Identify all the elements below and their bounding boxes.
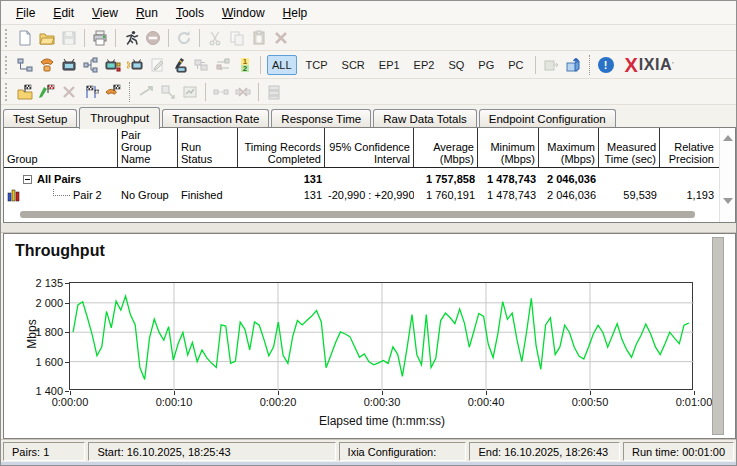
ixia-trademark: ’ (672, 61, 674, 68)
table-row-pair-2[interactable]: Pair 2 No Group Finished 131 -20,990 : +… (4, 187, 735, 203)
swap-endpoint-1-2-icon[interactable]: 12 (234, 55, 256, 75)
run-test-icon[interactable] (120, 28, 142, 48)
col-average[interactable]: Average(Mbps) (414, 128, 478, 167)
toolbar-separator (205, 83, 206, 101)
menu-edit[interactable]: Edit (44, 3, 83, 23)
add-multicast-group-icon[interactable] (80, 55, 102, 75)
disabled-icon-1[interactable] (135, 82, 157, 102)
view-button-pg[interactable]: PG (473, 55, 499, 75)
add-voip-pair-icon[interactable] (36, 55, 58, 75)
disabled-icon-3[interactable] (179, 82, 201, 102)
stop-test-icon[interactable] (142, 28, 164, 48)
new-results-icon[interactable] (14, 82, 36, 102)
disabled-icon-2[interactable] (157, 82, 179, 102)
menu-help[interactable]: Help (274, 3, 317, 23)
view-button-tcp[interactable]: TCP (301, 55, 333, 75)
x-tick-mark (590, 391, 591, 395)
info-glyph: ! (598, 57, 614, 73)
swap-disabled-icon[interactable] (212, 55, 234, 75)
col-measured-time[interactable]: MeasuredTime (sec) (599, 128, 660, 167)
add-video-multicast-icon[interactable] (102, 55, 124, 75)
tab-endpoint-configuration[interactable]: Endpoint Configuration (479, 109, 616, 128)
col-minimum[interactable]: Minimum(Mbps) (478, 128, 539, 167)
menu-run[interactable]: Run (127, 3, 167, 23)
menu-tools[interactable]: Tools (167, 3, 213, 23)
view-button-ep1[interactable]: EP1 (374, 55, 405, 75)
paste-icon[interactable] (248, 28, 270, 48)
compare-results-icon[interactable] (80, 82, 102, 102)
export-results-icon[interactable] (562, 55, 584, 75)
col-relative-precision[interactable]: RelativePrecision (660, 128, 717, 167)
group-label: All Pairs (37, 173, 81, 185)
menu-file[interactable]: File (7, 3, 44, 23)
y-tick-label: 2 135 (17, 277, 63, 289)
replicate-disabled-icon[interactable] (190, 55, 212, 75)
new-icon[interactable] (14, 28, 36, 48)
edit-disabled-icon[interactable] (146, 55, 168, 75)
x-tick-mark (382, 391, 383, 395)
view-button-sq[interactable]: SQ (443, 55, 469, 75)
dial-results-icon[interactable] (102, 82, 124, 102)
x-tick-mark (174, 391, 175, 395)
toolbar-separator (258, 83, 259, 101)
add-hardware-pair-icon[interactable] (124, 55, 146, 75)
results-grid: Group Pair GroupName Run Status Timing R… (3, 127, 736, 223)
print-icon[interactable] (89, 28, 111, 48)
col-run-status[interactable]: Run Status (178, 128, 238, 167)
col-maximum[interactable]: Maximum(Mbps) (539, 128, 599, 167)
throughput-series-line (73, 296, 689, 379)
col-pair-group-name[interactable]: Pair GroupName (118, 128, 178, 167)
menu-window[interactable]: Window (213, 3, 274, 23)
col-timing-records[interactable]: Timing RecordsCompleted (238, 128, 325, 167)
tab-response-time[interactable]: Response Time (271, 109, 371, 128)
scroll-down-icon[interactable] (723, 198, 733, 204)
toolbar-grip[interactable] (5, 56, 10, 74)
horizontal-scrollbar[interactable] (20, 211, 695, 218)
col-confidence-interval[interactable]: 95% ConfidenceInterval (325, 128, 414, 167)
toolbar-grip[interactable] (5, 83, 10, 101)
open-icon[interactable] (36, 28, 58, 48)
reload-icon[interactable] (173, 28, 195, 48)
cut-icon[interactable] (204, 28, 226, 48)
disabled-icon-5[interactable] (232, 82, 254, 102)
edit-pair-icon[interactable] (168, 55, 190, 75)
tab-test-setup[interactable]: Test Setup (3, 109, 77, 128)
col-group[interactable]: Group (4, 128, 118, 167)
bar-chart-icon (7, 189, 21, 202)
view-button-pc[interactable]: PC (503, 55, 528, 75)
delete-icon[interactable] (270, 28, 292, 48)
collapse-expander[interactable] (23, 175, 32, 184)
toolbar-grip[interactable] (5, 29, 10, 47)
view-button-ep2[interactable]: EP2 (409, 55, 440, 75)
tree-connector (53, 189, 70, 197)
delete-results-icon[interactable] (58, 82, 80, 102)
vertical-scrollbar[interactable] (719, 128, 735, 222)
menu-view[interactable]: View (83, 3, 127, 23)
status-end-time: End: 16.10.2025, 18:26:43 (469, 442, 620, 461)
add-pair-icon[interactable] (14, 55, 36, 75)
disabled-icon-6[interactable] (263, 82, 285, 102)
copy-icon[interactable] (226, 28, 248, 48)
chart-vertical-scrollbar[interactable] (712, 237, 724, 435)
tab-transaction-rate[interactable]: Transaction Rate (162, 109, 269, 128)
y-tick-mark (65, 283, 69, 284)
scroll-up-icon[interactable] (723, 135, 733, 141)
panel-splitter[interactable] (1, 223, 736, 233)
tab-raw-data-totals[interactable]: Raw Data Totals (373, 109, 477, 128)
y-axis-label: Mbps (25, 314, 39, 354)
edit-results-icon[interactable] (36, 82, 58, 102)
add-video-pair-icon[interactable] (58, 55, 80, 75)
save-icon[interactable] (58, 28, 80, 48)
view-button-scr[interactable]: SCR (337, 55, 370, 75)
import-disabled-icon[interactable] (540, 55, 562, 75)
tab-throughput[interactable]: Throughput (79, 107, 160, 129)
ixia-x-glyph: X (625, 57, 638, 73)
table-row-all-pairs[interactable]: All Pairs 131 1 757,858 1 478,743 2 046,… (4, 171, 735, 187)
info-icon[interactable]: ! (595, 55, 617, 75)
status-ixia-configuration: Ixia Configuration: (339, 442, 467, 461)
y-tick-label: 1 600 (17, 356, 63, 368)
view-button-all[interactable]: ALL (267, 55, 297, 75)
disabled-icon-4[interactable] (210, 82, 232, 102)
status-pairs: Pairs: 1 (3, 442, 85, 461)
status-run-time: Run time: 00:01:00 (623, 442, 734, 461)
